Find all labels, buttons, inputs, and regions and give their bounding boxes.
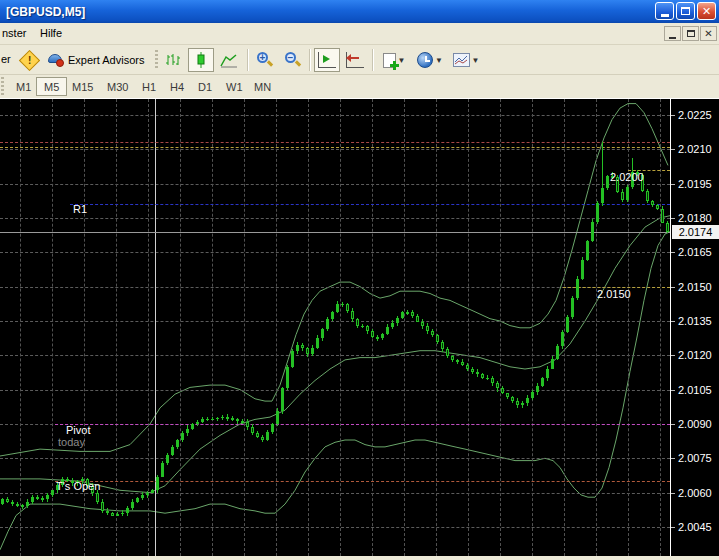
templates-button[interactable]: ▼ bbox=[449, 48, 483, 72]
candle-body bbox=[651, 201, 654, 205]
toolbar-partial-button[interactable]: er bbox=[1, 53, 11, 65]
candle-body bbox=[451, 356, 454, 360]
zoom-in-button[interactable]: + bbox=[252, 48, 278, 72]
candle-body bbox=[301, 345, 304, 349]
candle-body bbox=[396, 318, 399, 324]
candle-body bbox=[471, 369, 474, 372]
candle-body bbox=[381, 334, 384, 338]
bar-chart-button[interactable] bbox=[160, 48, 186, 72]
price-axis-label: 2.0075 bbox=[678, 452, 712, 464]
price-tick bbox=[671, 355, 675, 356]
expert-advisors-button[interactable]: Expert Advisors bbox=[44, 48, 152, 72]
candle-body bbox=[561, 332, 564, 346]
price-tick bbox=[671, 390, 675, 391]
price-axis-label: 2.0060 bbox=[678, 487, 712, 499]
band-upper bbox=[0, 104, 668, 456]
candle-body bbox=[236, 419, 239, 421]
candle-body bbox=[656, 205, 659, 209]
v-gridline bbox=[596, 99, 597, 556]
h-gridline bbox=[0, 527, 670, 528]
candle-body bbox=[51, 490, 54, 495]
candle-body bbox=[646, 191, 649, 202]
chart-plot[interactable]: R12.02002.0150PivottodayT's Open bbox=[0, 99, 670, 556]
v-gridline bbox=[308, 99, 309, 556]
mdi-restore-button[interactable] bbox=[682, 26, 699, 41]
tf-button-d1[interactable]: D1 bbox=[190, 77, 220, 96]
candle-body bbox=[31, 497, 34, 502]
v-gridline bbox=[404, 99, 405, 556]
chart-text-label: 2.0200 bbox=[610, 171, 644, 183]
candle-body bbox=[6, 499, 9, 501]
line-chart-button[interactable] bbox=[216, 48, 242, 72]
menu-item-hilfe[interactable]: Hilfe bbox=[40, 27, 62, 39]
candle-body bbox=[461, 362, 464, 365]
tf-button-mn[interactable]: MN bbox=[246, 77, 279, 96]
v-gridline bbox=[116, 99, 117, 556]
chart-area[interactable]: R12.02002.0150PivottodayT's Open 2.02252… bbox=[0, 99, 719, 556]
price-line bbox=[0, 142, 670, 143]
periods-button[interactable]: ▼ bbox=[414, 48, 446, 72]
candle-body bbox=[541, 378, 544, 386]
chart-shift-button[interactable] bbox=[314, 48, 340, 72]
candle-body bbox=[476, 372, 479, 374]
candle-body bbox=[566, 317, 569, 331]
tf-button-m1[interactable]: M1 bbox=[8, 77, 39, 96]
mdi-close-button[interactable]: ✕ bbox=[700, 26, 717, 41]
bar-chart-icon bbox=[164, 52, 182, 68]
maximize-button[interactable] bbox=[676, 2, 695, 20]
auto-scroll-icon bbox=[346, 52, 364, 68]
candle-body bbox=[196, 422, 199, 424]
v-gridline bbox=[628, 99, 629, 556]
candle-body bbox=[436, 335, 439, 341]
mdi-minimize-icon bbox=[669, 37, 676, 39]
candle-body bbox=[456, 360, 459, 362]
zoom-out-button[interactable]: − bbox=[280, 48, 306, 72]
tf-button-h1[interactable]: H1 bbox=[134, 77, 164, 96]
window-title: [GBPUSD,M5] bbox=[0, 5, 85, 19]
candle-body bbox=[276, 411, 279, 424]
candle-body bbox=[526, 398, 529, 403]
indicators-button[interactable]: ▼ bbox=[377, 48, 411, 72]
price-tick bbox=[671, 287, 675, 288]
menu-item-fenster[interactable]: nster bbox=[2, 27, 26, 39]
periods-icon bbox=[417, 52, 433, 68]
price-tick bbox=[671, 458, 675, 459]
tf-button-h4[interactable]: H4 bbox=[162, 77, 192, 96]
candle-body bbox=[421, 322, 424, 326]
price-tick bbox=[671, 115, 675, 116]
price-axis-label: 2.0045 bbox=[678, 521, 712, 533]
title-bar[interactable]: [GBPUSD,M5] ✕ bbox=[0, 0, 719, 23]
candle-body bbox=[371, 331, 374, 337]
auto-scroll-button[interactable] bbox=[342, 48, 368, 72]
candle-body bbox=[501, 388, 504, 393]
candle-body bbox=[241, 421, 244, 423]
candle-body bbox=[191, 424, 194, 429]
close-button[interactable]: ✕ bbox=[697, 2, 716, 20]
window-bottom-edge bbox=[0, 556, 719, 560]
dropdown-arrow-icon: ▼ bbox=[398, 56, 406, 65]
tf-button-m15[interactable]: M15 bbox=[64, 77, 101, 96]
mdi-restore-icon bbox=[687, 30, 695, 37]
candle-body bbox=[406, 312, 409, 314]
minimize-button[interactable] bbox=[655, 2, 674, 20]
candle-body bbox=[481, 374, 484, 378]
warning-button[interactable]: ! bbox=[16, 48, 42, 72]
v-gridline bbox=[500, 99, 501, 556]
candle-body bbox=[516, 401, 519, 405]
tf-button-m5[interactable]: M5 bbox=[36, 77, 67, 96]
mdi-minimize-button[interactable] bbox=[664, 26, 681, 41]
expert-advisors-icon bbox=[48, 53, 64, 67]
price-axis[interactable]: 2.02252.02102.01952.01802.01652.01502.01… bbox=[670, 99, 719, 556]
v-gridline bbox=[340, 99, 341, 556]
candlestick-chart-button[interactable] bbox=[188, 48, 214, 72]
candle-body bbox=[661, 209, 664, 222]
candle-body bbox=[321, 329, 324, 339]
chart-text-label: Pivot bbox=[66, 424, 90, 436]
candle-body bbox=[576, 279, 579, 298]
candle-body bbox=[426, 326, 429, 332]
candle-body bbox=[601, 188, 604, 203]
h-gridline bbox=[0, 493, 670, 494]
dropdown-arrow-icon: ▼ bbox=[472, 56, 480, 65]
tf-button-m30[interactable]: M30 bbox=[99, 77, 136, 96]
menu-bar: nster Hilfe ✕ bbox=[0, 23, 719, 45]
